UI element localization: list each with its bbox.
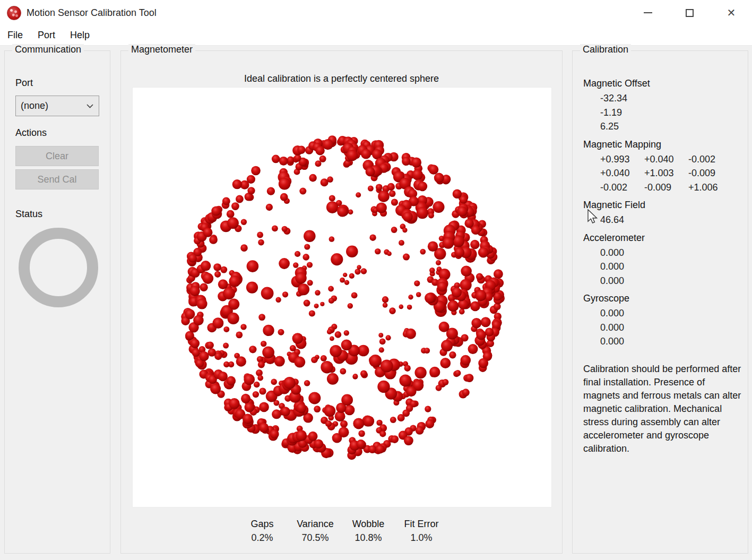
window-controls: ✕ xyxy=(627,0,752,25)
communication-group-label: Communication xyxy=(12,44,84,55)
send-cal-button[interactable]: Send Cal xyxy=(15,169,99,189)
stat-fit-error-label: Fit Error xyxy=(395,517,448,531)
stat-gaps-label: Gaps xyxy=(236,517,289,531)
status-indicator-ring xyxy=(19,228,98,307)
matrix-cell-20: -0.002 xyxy=(600,180,642,195)
communication-group: Communication Port (none) Actions Clear … xyxy=(4,50,110,554)
calibration-point-cloud xyxy=(133,88,552,508)
gyroscope-values: 0.000 0.000 0.000 xyxy=(600,306,740,349)
calibration-note: Calibration should be performed after fi… xyxy=(583,363,742,455)
minimize-button[interactable] xyxy=(636,4,660,22)
clear-button[interactable]: Clear xyxy=(15,146,99,166)
port-select[interactable]: (none) xyxy=(15,96,99,116)
maximize-button[interactable] xyxy=(677,4,702,22)
matrix-cell-12: -0.009 xyxy=(688,166,730,180)
gyroscope-x: 0.000 xyxy=(600,306,740,321)
stat-wobble-label: Wobble xyxy=(342,517,395,531)
magnetometer-group-label: Magnetometer xyxy=(128,44,195,55)
stat-gaps-value: 0.2% xyxy=(236,531,289,545)
status-label: Status xyxy=(15,209,42,220)
menu-file[interactable]: File xyxy=(0,28,30,43)
matrix-row: -0.002 -0.009 +1.006 xyxy=(600,180,740,195)
stat-fit-error: Fit Error 1.0% xyxy=(395,517,448,545)
title-bar: Motion Sensor Calibration Tool ✕ xyxy=(0,0,752,25)
close-button[interactable]: ✕ xyxy=(719,4,744,22)
stat-fit-error-value: 1.0% xyxy=(395,531,448,545)
matrix-cell-01: +0.040 xyxy=(644,152,686,167)
accelerometer-values: 0.000 0.000 0.000 xyxy=(600,246,740,288)
app-icon xyxy=(7,6,21,20)
stat-variance: Variance 70.5% xyxy=(289,517,342,545)
matrix-cell-11: +1.003 xyxy=(644,166,686,180)
client-area: Communication Port (none) Actions Clear … xyxy=(0,46,752,560)
calibration-group: Calibration Magnetic Offset -32.34 -1.19… xyxy=(572,50,748,554)
chevron-down-icon xyxy=(87,104,93,108)
stat-gaps: Gaps 0.2% xyxy=(236,517,289,545)
matrix-row: +0.040 +1.003 -0.009 xyxy=(600,166,740,180)
matrix-cell-22: +1.006 xyxy=(688,180,730,195)
app-window: Motion Sensor Calibration Tool ✕ File Po… xyxy=(0,0,752,560)
stat-variance-value: 70.5% xyxy=(289,531,342,545)
matrix-cell-02: -0.002 xyxy=(688,152,730,167)
magnetic-field-label: Magnetic Field xyxy=(583,199,740,211)
minimize-icon xyxy=(644,12,652,13)
magnetic-field-value: 46.64 xyxy=(600,213,740,227)
magnetic-offset-y: -1.19 xyxy=(600,106,740,120)
send-cal-button-label: Send Cal xyxy=(37,174,76,185)
calibration-readouts: Magnetic Offset -32.34 -1.19 6.25 Magnet… xyxy=(573,51,748,553)
gyroscope-y: 0.000 xyxy=(600,321,740,335)
magnetic-offset-label: Magnetic Offset xyxy=(583,77,740,90)
accelerometer-y: 0.000 xyxy=(600,260,740,274)
accelerometer-label: Accelerometer xyxy=(583,232,740,244)
clear-button-label: Clear xyxy=(46,151,68,162)
menu-port[interactable]: Port xyxy=(30,28,63,43)
menu-bar: File Port Help xyxy=(0,25,752,46)
matrix-cell-10: +0.040 xyxy=(600,166,642,180)
magnetic-mapping-label: Magnetic Mapping xyxy=(583,139,740,151)
magnetic-offset-values: -32.34 -1.19 6.25 xyxy=(600,91,740,134)
stat-variance-label: Variance xyxy=(289,517,342,531)
window-title: Motion Sensor Calibration Tool xyxy=(27,7,157,19)
stat-wobble: Wobble 10.8% xyxy=(342,517,395,545)
matrix-cell-21: -0.009 xyxy=(644,180,686,195)
accelerometer-z: 0.000 xyxy=(600,274,740,288)
magnetometer-caption: Ideal calibration is a perfectly centere… xyxy=(121,73,562,84)
port-label: Port xyxy=(15,77,33,89)
accelerometer-x: 0.000 xyxy=(600,246,740,260)
matrix-cell-00: +0.993 xyxy=(600,152,642,167)
port-select-value: (none) xyxy=(21,100,48,111)
close-icon: ✕ xyxy=(727,7,736,18)
gyroscope-label: Gyroscope xyxy=(583,292,740,305)
magnetometer-3d-view xyxy=(132,87,552,507)
magnetic-offset-x: -32.34 xyxy=(600,91,740,106)
quality-stats: Gaps 0.2% Variance 70.5% Wobble 10.8% Fi… xyxy=(236,517,448,545)
actions-label: Actions xyxy=(15,127,47,139)
maximize-icon xyxy=(686,9,694,17)
magnetic-mapping-matrix: +0.993 +0.040 -0.002 +0.040 +1.003 -0.00… xyxy=(600,152,740,195)
magnetometer-group: Magnetometer Ideal calibration is a perf… xyxy=(120,50,563,554)
stat-wobble-value: 10.8% xyxy=(342,531,395,545)
matrix-row: +0.993 +0.040 -0.002 xyxy=(600,152,740,167)
magnetic-offset-z: 6.25 xyxy=(600,119,740,134)
gyroscope-z: 0.000 xyxy=(600,334,740,349)
menu-help[interactable]: Help xyxy=(63,28,97,43)
